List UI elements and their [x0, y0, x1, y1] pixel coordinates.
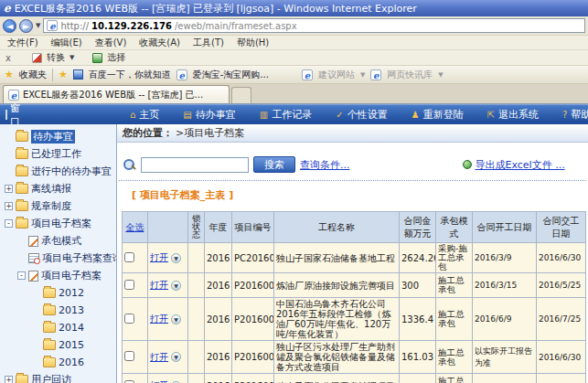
sidebar-item-label: 项目电子档案 — [41, 269, 102, 282]
menu-tools[interactable]: 工具(T) — [193, 37, 224, 49]
sidebar-item-year-2014[interactable]: 2014 — [2, 319, 116, 336]
query-conditions-link[interactable]: 查询条件... — [300, 158, 350, 172]
sidebar-item-user-revisit[interactable]: +用户回访 — [2, 371, 116, 383]
help-icon: ? — [562, 110, 567, 120]
browser-menubar: 文件(F) 编辑(E) 查看(V) 收藏夹(A) 工具(T) 帮助(H) — [0, 36, 588, 50]
new-tab-button[interactable] — [231, 87, 251, 103]
row-checkbox[interactable] — [124, 280, 134, 290]
nav-settings[interactable]: ✓个性设置 — [336, 108, 387, 122]
project-name-cell: 炼油厂原油接卸设施完善项目 — [274, 273, 400, 298]
app-nav-bar: 窗口 ⌂主页 ▤待办事宜 ▥工作记录 ✓个性设置 ♟重新登陆 ⇱退出系统 ?帮助 — [0, 104, 588, 124]
sidebar-item-year-2012[interactable]: 2012 — [2, 284, 116, 302]
nav-relogin[interactable]: ♟重新登陆 — [412, 108, 464, 122]
url-input[interactable]: e http://10.129.226.176/eweb/main/frames… — [43, 18, 585, 33]
sidebar-item-label: 承包模式 — [41, 234, 81, 248]
tab-title: EXCEL服务器2016 WEB版 -- [宫瑞虎] 已... — [23, 89, 203, 101]
row-checkbox[interactable] — [124, 314, 134, 324]
header-lock: 锁状态 — [188, 212, 205, 243]
nav-logout-label: 退出系统 — [498, 108, 539, 122]
table-search-icon — [28, 253, 39, 263]
open-record-link[interactable]: 打开 — [150, 352, 168, 362]
row-checkbox[interactable] — [124, 380, 134, 383]
sidebar-item-contract-mode[interactable]: 承包模式 — [2, 232, 116, 250]
suggested-sites-link[interactable]: 建议网站 — [318, 69, 355, 81]
sidebar-item-rules[interactable]: +规章制度 — [2, 197, 116, 215]
menu-help[interactable]: 帮助(H) — [237, 37, 269, 49]
sidebar-item-year-2016[interactable]: 2016 — [2, 354, 116, 371]
row-dropdown-icon[interactable]: ▼ — [171, 352, 181, 362]
favorite-link-baidu[interactable]: 百度一下，你就知道 — [89, 69, 171, 81]
suggested-sites-dropdown-icon[interactable]: ▼ — [360, 71, 365, 79]
menu-edit[interactable]: 编辑(E) — [51, 37, 82, 49]
nav-home[interactable]: ⌂主页 — [130, 108, 159, 122]
row-dropdown-icon[interactable]: ▼ — [171, 253, 181, 263]
sidebar-item-year-2013[interactable]: 2013 — [2, 302, 116, 319]
url-scheme: http:// — [60, 21, 89, 31]
sidebar-item-todo[interactable]: 待办事宜 — [2, 128, 116, 145]
mode-cell: 施工总承包 — [436, 298, 473, 341]
favorites-bar: ★ 收藏夹 ★ 百度一下，你就知道 e 爱淘宝-淘宝网购... e 建议网站 ▼… — [0, 66, 588, 84]
favorite-link-taobao[interactable]: 爱淘宝-淘宝网购... — [193, 69, 269, 81]
sidebar-item-archive-query[interactable]: 项目电子档案查询 — [2, 250, 116, 267]
menu-view[interactable]: 查看(V) — [95, 37, 127, 49]
collapse-icon[interactable]: - — [17, 271, 26, 280]
sidebar-item-year-2015[interactable]: 2015 — [2, 336, 116, 354]
convert-button[interactable]: 转换 — [47, 51, 65, 64]
row-dropdown-icon[interactable]: ▼ — [171, 314, 181, 324]
export-excel-link[interactable]: 导出成Excel文件 ... — [476, 158, 565, 172]
tab-favicon: e — [8, 90, 19, 101]
nav-help-label: 帮助 — [571, 108, 588, 122]
expand-icon[interactable]: + — [5, 376, 13, 383]
sidebar-item-archive-form[interactable]: -项目电子档案 — [2, 267, 116, 284]
folder-icon — [43, 357, 56, 367]
sidebar-item-processed[interactable]: 已处理工作 — [2, 145, 116, 163]
sidebar-item-label: 离线填报 — [31, 182, 71, 196]
nav-worklog[interactable]: ▥工作记录 — [260, 108, 312, 122]
back-button[interactable]: ◄ — [3, 19, 16, 33]
nav-relogin-label: 重新登陆 — [423, 108, 464, 122]
select-button[interactable]: 选择 — [107, 51, 125, 64]
expand-icon[interactable]: + — [5, 185, 13, 193]
toolbar-close-button[interactable]: x — [5, 53, 11, 63]
page-icon: e — [47, 20, 58, 31]
sidebar-item-project-archive[interactable]: -项目电子档案 — [2, 215, 116, 232]
tab-strip: e EXCEL服务器2016 WEB版 -- [宫瑞虎] 已... — [0, 84, 588, 104]
browser-tab[interactable]: e EXCEL服务器2016 WEB版 -- [宫瑞虎] 已... — [3, 85, 230, 103]
code-cell: P2016001 — [232, 273, 274, 298]
menu-favorites[interactable]: 收藏夹(A) — [139, 37, 180, 49]
select-icon — [92, 53, 102, 63]
sidebar-item-inprogress[interactable]: 进行中的待办事宜 — [2, 163, 116, 180]
row-checkbox[interactable] — [124, 252, 134, 262]
search-input[interactable] — [141, 157, 249, 173]
end-date-cell: 2016/6/30 — [537, 341, 586, 374]
web-slice-dropdown-icon[interactable]: ▼ — [438, 71, 443, 79]
lock-cell — [188, 243, 205, 273]
row-checkbox[interactable] — [124, 351, 134, 361]
nav-todo[interactable]: ▤待办事宜 — [183, 108, 235, 122]
nav-logout[interactable]: ⇱退出系统 — [487, 108, 539, 122]
plugin-toolbar: x 转换 ▼ 选择 — [0, 50, 588, 66]
history-dropdown-icon[interactable]: ▼ — [36, 22, 40, 29]
amount-cell: 161.03 — [400, 341, 436, 374]
search-button[interactable]: 搜索 — [253, 156, 295, 173]
amount-cell: 2624.26 — [400, 243, 436, 273]
sidebar-item-offline[interactable]: +离线填报 — [2, 180, 116, 197]
open-record-link[interactable]: 打开 — [150, 314, 168, 324]
breadcrumb-current: >项目电子档案 — [176, 126, 244, 140]
menu-file[interactable]: 文件(F) — [7, 37, 38, 49]
collapse-icon[interactable]: - — [5, 219, 13, 228]
row-dropdown-icon[interactable]: ▼ — [171, 281, 181, 291]
nav-help[interactable]: ?帮助 — [562, 108, 588, 122]
web-slice-link[interactable]: 网页快讯库 — [387, 69, 433, 81]
convert-dropdown-icon[interactable]: ▼ — [69, 54, 74, 61]
forward-button[interactable]: ► — [19, 19, 33, 33]
taobao-icon: e — [176, 69, 187, 80]
expand-icon[interactable]: + — [5, 202, 13, 210]
year-cell: 2016 — [205, 243, 232, 273]
open-record-link[interactable]: 打开 — [150, 280, 168, 290]
select-all-link[interactable]: 全选 — [126, 222, 144, 232]
mode-cell: 施工总承包 — [436, 374, 473, 383]
open-record-link[interactable]: 打开 — [150, 252, 168, 262]
table-row: 打开▼ 2016 P2016001 炼油厂原油接卸设施完善项目 300 施工总承… — [123, 273, 586, 298]
favorites-button[interactable]: 收藏夹 — [19, 69, 47, 81]
